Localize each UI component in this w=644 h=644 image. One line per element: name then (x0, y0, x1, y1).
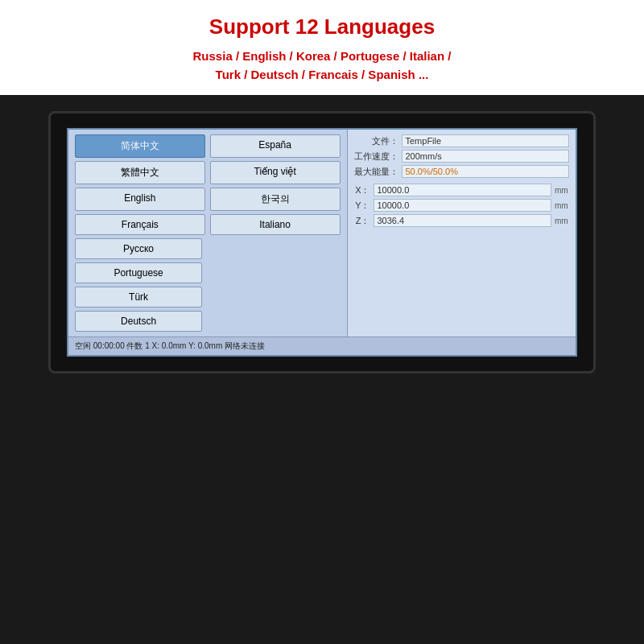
y-value: 10000.0 (374, 199, 552, 212)
y-row: Y： 10000.0 mm (354, 199, 570, 212)
file-value: TempFile (402, 134, 570, 147)
power-row: 最大能量： 50.0%/50.0% (354, 165, 570, 178)
file-row: 文件： TempFile (354, 134, 570, 147)
left-panel: 简体中文 España 繁體中文 Tiếng việt English 한국의 … (68, 130, 348, 336)
lang-btn-espana[interactable]: España (210, 134, 341, 158)
subtitle-line1: Russia / English / Korea / Portugese / I… (193, 49, 452, 63)
speed-label: 工作速度： (354, 151, 398, 163)
z-unit: mm (555, 217, 569, 225)
power-value: 50.0%/50.0% (402, 165, 570, 178)
status-bar: 空闲 00:00:00 件数 1 X: 0.0mm Y: 0.0mm 网络未连接 (68, 336, 576, 355)
z-label: Z： (354, 215, 370, 227)
subtitle-line2: Turk / Deutsch / Francais / Spanish ... (216, 68, 429, 81)
z-row: Z： 3036.4 mm (354, 214, 570, 227)
coord-section: X： 10000.0 mm Y： 10000.0 mm Z： 3036.4 mm (354, 184, 570, 229)
lang-btn-russko[interactable]: Русско (75, 238, 202, 259)
lang-btn-deutsch[interactable]: Deutsch (75, 311, 202, 332)
speed-value: 200mm/s (402, 150, 570, 163)
lang-btn-simp-chinese[interactable]: 简体中文 (75, 134, 205, 158)
lang-btn-english[interactable]: English (75, 188, 205, 211)
subtitle: Russia / English / Korea / Portugese / I… (16, 47, 628, 84)
lang-btn-italiano[interactable]: Italiano (210, 214, 341, 235)
lang-row-8: Deutsch (75, 311, 341, 332)
lang-btn-korean[interactable]: 한국의 (210, 188, 341, 211)
file-label: 文件： (354, 135, 398, 147)
x-row: X： 10000.0 mm (354, 184, 570, 196)
screen-body: 简体中文 España 繁體中文 Tiếng việt English 한국의 … (68, 130, 576, 336)
lang-row-6: Portuguese (75, 262, 341, 283)
screen: 简体中文 España 繁體中文 Tiếng việt English 한국의 … (67, 128, 577, 357)
speed-row: 工作速度： 200mm/s (354, 150, 570, 163)
lang-btn-tieng-viet[interactable]: Tiếng việt (210, 161, 341, 184)
screen-wrapper: 简体中文 España 繁體中文 Tiếng việt English 한국의 … (48, 111, 596, 374)
lang-row-2: 繁體中文 Tiếng việt (75, 161, 341, 184)
lang-btn-trad-chinese[interactable]: 繁體中文 (75, 161, 205, 184)
lang-btn-francais[interactable]: Français (75, 214, 205, 235)
top-section: Support 12 Languages Russia / English / … (0, 0, 644, 95)
lang-row-5: Русско (75, 238, 341, 259)
right-panel: 文件： TempFile 工作速度： 200mm/s 最大能量： 50.0%/5… (348, 130, 576, 336)
lang-row-3: English 한국의 (75, 188, 341, 211)
x-label: X： (354, 184, 370, 196)
power-label: 最大能量： (354, 166, 398, 178)
lang-row-4: Français Italiano (75, 214, 341, 235)
lang-btn-portuguese[interactable]: Portuguese (75, 262, 202, 283)
lang-row-1: 简体中文 España (75, 134, 341, 158)
main-title: Support 12 Languages (16, 14, 628, 39)
x-value: 10000.0 (374, 184, 552, 196)
y-label: Y： (354, 200, 370, 212)
lang-btn-turk[interactable]: Türk (75, 287, 202, 308)
lang-row-7: Türk (75, 287, 341, 308)
status-text: 空闲 00:00:00 件数 1 X: 0.0mm Y: 0.0mm 网络未连接 (75, 341, 265, 352)
x-unit: mm (555, 186, 569, 195)
z-value: 3036.4 (374, 214, 552, 227)
y-unit: mm (555, 201, 569, 210)
